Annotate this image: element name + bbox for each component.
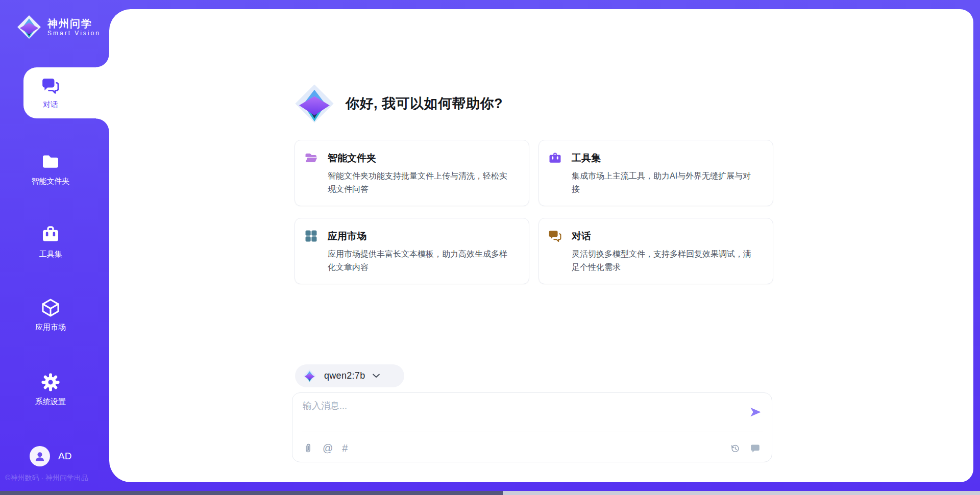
briefcase-icon [548,151,562,165]
sidebar-item-settings[interactable]: 系统设置 [17,372,84,407]
sidebar-item-chat[interactable]: 对话 [23,67,109,118]
attachment-icon[interactable] [303,443,313,454]
mention-icon[interactable]: @ [323,443,333,454]
card-toolset[interactable]: 工具集 集成市场上主流工具，助力AI与外界无缝扩展与对接 [538,140,773,206]
tab-fillet-bottom [96,118,109,132]
gear-icon [40,372,61,392]
sidebar-item-label: 对话 [43,100,58,110]
composer-divider [302,432,763,432]
card-smart-folder[interactable]: 智能文件夹 智能文件夹功能支持批量文件上传与清洗，轻松实现文件问答 [295,140,529,206]
greeting-title: 你好, 我可以如何帮助你? [346,94,503,113]
message-input[interactable] [303,400,711,429]
scrollbar-thumb[interactable] [0,491,503,495]
sidebar-item-label: 应用市场 [35,323,66,332]
brand-tagline: Smart Vision [47,30,101,37]
toolbox-icon [40,225,61,245]
grid-icon [304,229,318,243]
card-description: 应用市场提供丰富长文本模板，助力高效生成多样化文章内容 [328,247,507,274]
send-icon[interactable] [749,405,763,419]
card-chat[interactable]: 对话 灵活切换多模型文件，支持多样回复效果调试，满足个性化需求 [538,218,773,284]
card-description: 智能文件夹功能支持批量文件上传与清洗，轻松实现文件问答 [328,169,507,196]
model-diamond-icon [303,369,316,383]
sidebar-item-app-market[interactable]: 应用市场 [17,298,84,332]
message-composer: @ # [292,392,772,462]
model-selector[interactable]: qwen2:7b [295,364,404,387]
user-icon [33,450,46,463]
sidebar-item-label: 智能文件夹 [32,177,70,186]
app-window: 神州问学 Smart Vision 对话 智能文件夹 工具集 [0,0,980,495]
card-description: 灵活切换多模型文件，支持多样回复效果调试，满足个性化需求 [572,247,751,274]
tab-fillet-top [96,54,109,67]
sidebar-item-label: 工具集 [39,250,62,259]
chat-icon [548,229,562,243]
brand-logo[interactable]: 神州问学 Smart Vision [16,14,101,40]
sidebar-item-smart-folder[interactable]: 智能文件夹 [17,152,84,186]
composer-toolbar: @ # [303,437,761,459]
card-title: 应用市场 [328,230,366,243]
card-app-market[interactable]: 应用市场 应用市场提供丰富长文本模板，助力高效生成多样化文章内容 [295,218,529,284]
horizontal-scrollbar [0,491,980,495]
card-title: 智能文件夹 [328,152,376,165]
brand-diamond-icon [16,14,42,40]
brand-name: 神州问学 [47,17,101,30]
user-account[interactable]: AD [30,446,71,466]
sidebar-item-toolset[interactable]: 工具集 [17,225,84,259]
chat-icon [40,76,61,96]
card-title: 对话 [572,230,591,243]
avatar [30,446,50,466]
folder-open-icon [304,151,318,165]
cube-icon [40,298,61,318]
model-name: qwen2:7b [324,370,365,381]
chevron-down-icon [373,374,380,378]
copyright-text: ©神州数码 · 神州问学出品 [5,474,88,483]
folder-icon [40,152,61,172]
hashtag-icon[interactable]: # [342,443,348,454]
user-name: AD [58,451,71,462]
sidebar-item-label: 系统设置 [35,397,66,407]
chat-bubble-icon[interactable] [750,443,761,454]
greeting: 你好, 我可以如何帮助你? [293,83,503,125]
feature-cards: 智能文件夹 智能文件夹功能支持批量文件上传与清洗，轻松实现文件问答 工具集 [295,140,773,284]
card-description: 集成市场上主流工具，助力AI与外界无缝扩展与对接 [572,169,751,196]
assistant-diamond-icon [293,83,335,125]
history-icon[interactable] [730,443,741,454]
card-title: 工具集 [572,152,601,165]
